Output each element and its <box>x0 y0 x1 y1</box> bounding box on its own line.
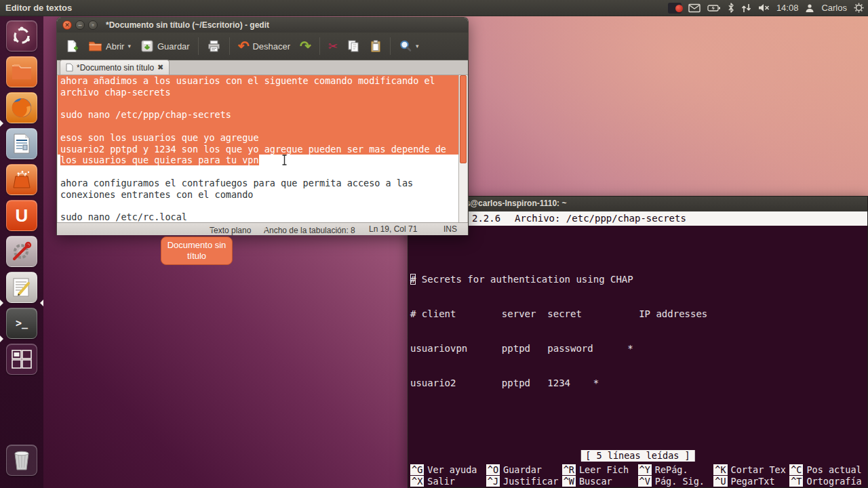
launcher-item-firefox[interactable] <box>6 92 37 123</box>
launcher-item-trash[interactable] <box>6 445 37 476</box>
nano-shortcut: ^WBuscar <box>562 476 638 487</box>
launcher-item-files[interactable] <box>6 56 37 87</box>
terminal-window[interactable]: los@carlos-Inspiron-1110: ~ 2.2.6 Archiv… <box>408 196 868 488</box>
network-arrows-icon[interactable] <box>741 3 751 13</box>
unity-launcher: U >_ <box>0 16 43 488</box>
text-line[interactable]: sudo nano /etc/rc.local <box>58 211 460 223</box>
running-indicator-terminal <box>0 336 3 342</box>
gedit-tab-bar: *Documento sin título ✖ <box>57 60 468 75</box>
text-line[interactable]: sudo nano /etc/ppp/chap-secrets <box>58 109 460 121</box>
save-button[interactable]: Guardar <box>138 37 193 55</box>
document-tab-icon <box>66 63 73 72</box>
open-button-label: Abrir <box>106 41 124 52</box>
gedit-text-area[interactable]: ahora añadimos a los usuarios con el sig… <box>58 75 460 223</box>
search-dropdown-caret-icon[interactable]: ▾ <box>416 43 419 49</box>
vertical-scrollbar[interactable] <box>458 75 467 223</box>
nano-shortcut: ^KCortar Tex <box>713 464 789 476</box>
redo-icon: ↷ <box>300 39 311 53</box>
launcher-item-terminal[interactable]: >_ <box>6 308 37 339</box>
terminal-titlebar[interactable]: los@carlos-Inspiron-1110: ~ <box>408 197 867 211</box>
text-line[interactable]: conexiones entrantes con el comando <box>58 189 460 201</box>
copy-icon <box>347 39 360 53</box>
nano-shortcut: ^TOrtografía <box>789 476 865 487</box>
open-button[interactable]: Abrir ▾ <box>85 38 134 54</box>
toolbar-separator <box>229 37 230 55</box>
launcher-item-system-settings[interactable] <box>6 236 37 267</box>
paste-clipboard-icon <box>370 39 382 53</box>
print-icon <box>207 39 221 53</box>
launcher-item-gedit[interactable] <box>6 272 37 303</box>
tab-label: *Documento sin título <box>77 63 154 73</box>
nano-version: 2.2.6 <box>472 213 500 224</box>
terminal-prompt-icon: >_ <box>16 317 28 329</box>
text-line[interactable] <box>58 121 460 132</box>
undo-button[interactable]: ↶ Deshacer <box>235 37 293 55</box>
session-gear-icon[interactable] <box>854 3 864 13</box>
copy-button[interactable] <box>344 37 363 55</box>
messages-envelope-icon[interactable] <box>688 3 701 13</box>
toolbar-separator <box>319 37 320 55</box>
scrollbar-thumb[interactable] <box>460 75 467 163</box>
search-button[interactable]: ▾ <box>396 37 422 55</box>
terminal-content[interactable]: # Secrets for authentication using CHAP … <box>408 226 867 487</box>
writer-document-icon <box>13 133 31 155</box>
nano-status-message: [ 5 líneas leídas ] <box>580 450 694 462</box>
ubuntu-one-icon: U <box>16 205 28 226</box>
nano-shortcut: ^XSalir <box>410 476 486 487</box>
launcher-item-software-center[interactable] <box>6 164 37 195</box>
running-indicator-gedit <box>0 300 3 306</box>
text-line[interactable]: ahora configuramos el contrafuegos para … <box>58 178 460 189</box>
paste-button[interactable] <box>367 37 384 55</box>
close-button[interactable]: ✕ <box>62 20 72 30</box>
text-line[interactable] <box>58 200 460 211</box>
maximize-button[interactable]: ▫ <box>88 20 98 30</box>
shopping-bag-icon <box>12 169 32 190</box>
open-folder-icon <box>88 40 102 52</box>
nano-shortcut-bar: ^GVer ayuda ^OGuardar ^RLeer Fich ^YRePá… <box>410 464 865 487</box>
ubuntu-dash-icon <box>12 26 32 46</box>
tab-close-icon[interactable]: ✖ <box>157 63 163 72</box>
firefox-icon <box>10 96 33 119</box>
nano-shortcut: ^VPág. Sig. <box>638 476 714 487</box>
nano-header-bar: 2.2.6 Archivo: /etc/ppp/chap-secrets <box>408 211 867 226</box>
gedit-titlebar[interactable]: ✕ – ▫ *Documento sin título (~/Escritori… <box>57 18 468 33</box>
text-line[interactable] <box>58 98 460 110</box>
text-line[interactable] <box>58 166 460 178</box>
app-menu-title[interactable]: Editor de textos <box>5 3 72 13</box>
window-title: *Documento sin título (~/Escritorio) - g… <box>106 20 269 30</box>
recorder-indicator-icon[interactable] <box>668 3 682 14</box>
minimize-button[interactable]: – <box>75 20 85 30</box>
text-editor-pencil-icon <box>11 277 33 298</box>
nano-shortcut: ^OGuardar <box>486 464 562 476</box>
text-line[interactable]: ahora añadimos a los usuarios con el sig… <box>58 75 460 87</box>
redo-button[interactable]: ↷ <box>297 37 314 55</box>
open-dropdown-caret-icon[interactable]: ▾ <box>127 43 131 49</box>
new-document-button[interactable] <box>62 37 81 55</box>
user-icon[interactable] <box>805 3 814 13</box>
text-line[interactable]: esos son los usuarios que yo agregue <box>58 132 460 144</box>
insert-mode: INS <box>443 224 457 234</box>
username[interactable]: Carlos <box>821 3 847 13</box>
toolbar-separator <box>198 37 199 55</box>
cut-button[interactable]: ✂ <box>326 39 340 54</box>
launcher-item-dash[interactable] <box>6 20 37 52</box>
nano-shortcut: ^JJustificar <box>486 476 562 487</box>
launcher-item-ubuntu-one[interactable]: U <box>6 200 37 231</box>
folder-icon <box>11 63 33 81</box>
tab-documento-sin-titulo[interactable]: *Documento sin título ✖ <box>60 60 170 75</box>
battery-icon[interactable] <box>707 4 721 12</box>
clock[interactable]: 14:08 <box>776 3 799 13</box>
bluetooth-icon[interactable] <box>728 3 734 13</box>
launcher-item-workspace-switcher[interactable] <box>6 344 37 375</box>
volume-muted-icon[interactable] <box>758 3 770 12</box>
nano-filename: Archivo: /etc/ppp/chap-secrets <box>515 213 686 224</box>
trash-bucket-icon <box>12 449 32 471</box>
text-line[interactable]: los usuarios que quieras para tu vpn <box>58 155 460 166</box>
terminal-title: los@carlos-Inspiron-1110: ~ <box>458 199 566 208</box>
print-button[interactable] <box>204 37 224 55</box>
launcher-item-libreoffice-writer[interactable] <box>6 128 37 159</box>
desktop: Editor de textos 14:08 <box>0 0 868 488</box>
text-line[interactable]: archivo chap-secrets <box>58 87 460 98</box>
text-line[interactable]: usuario2 pptpd y 1234 son los que yo agr… <box>58 144 460 155</box>
focused-indicator-gedit <box>40 300 43 306</box>
